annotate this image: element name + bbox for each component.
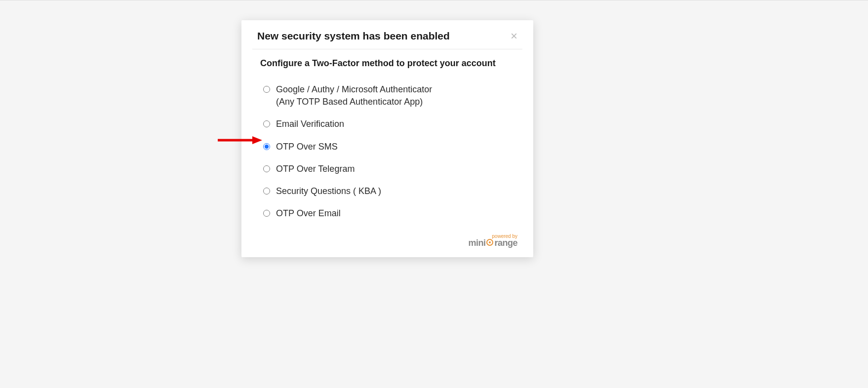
close-button[interactable]: ×: [511, 30, 517, 42]
radio-otp-sms[interactable]: [263, 143, 270, 150]
option-label: OTP Over Email: [276, 207, 341, 220]
option-email-verification[interactable]: Email Verification: [260, 113, 514, 135]
option-security-questions[interactable]: Security Questions ( KBA ): [260, 180, 514, 202]
option-label: Email Verification: [276, 118, 344, 130]
radio-email-verification[interactable]: [263, 120, 270, 127]
option-totp-authenticator[interactable]: Google / Authy / Microsoft Authenticator…: [260, 78, 514, 113]
option-label: OTP Over SMS: [276, 141, 338, 153]
two-factor-modal: New security system has been enabled × C…: [241, 20, 533, 257]
modal-header: New security system has been enabled ×: [252, 20, 522, 49]
option-otp-email[interactable]: OTP Over Email: [260, 202, 514, 225]
option-label: OTP Over Telegram: [276, 163, 355, 175]
option-label-sub: (Any TOTP Based Authenticator App): [276, 96, 432, 108]
modal-title: New security system has been enabled: [257, 30, 450, 42]
option-label: Google / Authy / Microsoft Authenticator…: [276, 83, 432, 108]
radio-otp-telegram[interactable]: [263, 165, 270, 172]
orange-icon: [486, 239, 493, 246]
logo-text-range: range: [494, 238, 517, 248]
radio-otp-email[interactable]: [263, 210, 270, 217]
radio-totp-authenticator[interactable]: [263, 86, 270, 93]
modal-subtitle: Configure a Two-Factor method to protect…: [260, 58, 514, 69]
option-label: Security Questions ( KBA ): [276, 185, 381, 197]
radio-security-questions[interactable]: [263, 188, 270, 194]
powered-by-branding: powered by mini range: [468, 233, 517, 248]
miniorange-logo: mini range: [468, 238, 517, 248]
option-otp-sms[interactable]: OTP Over SMS: [260, 136, 514, 158]
option-otp-telegram[interactable]: OTP Over Telegram: [260, 158, 514, 180]
modal-footer: powered by mini range: [241, 230, 533, 257]
option-label-main: Google / Authy / Microsoft Authenticator: [276, 84, 432, 94]
modal-body: Configure a Two-Factor method to protect…: [241, 49, 533, 230]
logo-text-mini: mini: [468, 238, 485, 248]
